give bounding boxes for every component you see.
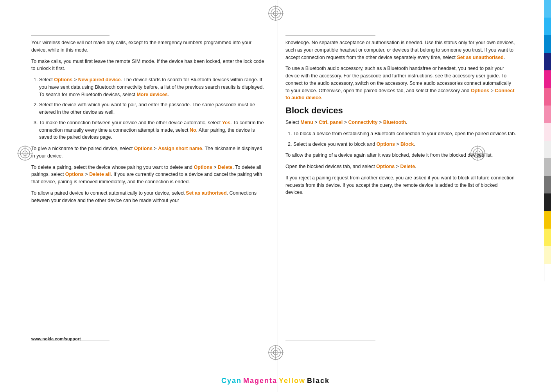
no-link[interactable]: No	[190, 127, 196, 133]
list-item-3: To make the connection between your devi…	[39, 119, 266, 141]
delete-all-link[interactable]: Delete all	[89, 172, 111, 177]
bluetooth-link[interactable]: Bluetooth	[383, 120, 406, 125]
delete-link[interactable]: Delete	[218, 165, 233, 170]
left-column: Your wireless device will not make any c…	[31, 39, 266, 208]
delete-blocked-link[interactable]: Delete	[400, 164, 415, 169]
footer-url: www.nokia.com/support	[31, 337, 81, 341]
right-list-item-2: Select a device you want to block and Op…	[293, 141, 516, 148]
right-para-3: To allow the pairing of a device again a…	[285, 152, 516, 159]
magenta-label: Magenta	[243, 377, 277, 385]
options-delete-link[interactable]: Options	[376, 164, 395, 169]
left-para-5: To allow a paired device to connect auto…	[31, 190, 266, 204]
cyan-label: Cyan	[221, 377, 242, 385]
block-devices-heading: Block devices	[285, 106, 516, 116]
rule-top-left	[31, 35, 109, 36]
right-list: To block a device from establishing a Bl…	[293, 130, 516, 148]
target-icon-bottom-center	[267, 344, 284, 362]
more-devices-link[interactable]: More devices	[136, 92, 167, 97]
options-link-right[interactable]: Options	[471, 88, 489, 93]
target-icon-top-center	[267, 5, 284, 23]
options-link-1[interactable]: Options	[54, 77, 72, 82]
set-as-authorised-link[interactable]: Set as authorised	[186, 190, 226, 196]
left-para-4: To delete a pairing, select the device w…	[31, 164, 266, 186]
yellow-label: Yellow	[279, 377, 305, 385]
options-link-3[interactable]: Options	[194, 165, 212, 170]
right-para-1: knowledge. No separate acceptance or aut…	[285, 39, 516, 61]
rule-bottom-right	[285, 340, 375, 340]
side-color-bars	[544, 0, 551, 392]
left-list: Select Options > New paired device. The …	[39, 76, 266, 141]
connectivity-link[interactable]: Connectivity	[348, 120, 377, 125]
list-item-2: Select the device with which you want to…	[39, 101, 266, 116]
assign-short-name-link[interactable]: Assign short name	[158, 146, 202, 151]
color-label: Cyan Magenta Yellow Black	[221, 377, 330, 385]
right-para-2: To use a Bluetooth audio accessory, such…	[285, 65, 516, 102]
left-para-2: To make calls, you must first leave the …	[31, 58, 266, 73]
right-column: knowledge. No separate acceptance or aut…	[285, 39, 516, 200]
ctrl-panel-link[interactable]: Ctrl. panel	[319, 120, 343, 125]
options-link-4[interactable]: Options	[65, 172, 84, 177]
menu-link[interactable]: Menu	[300, 120, 313, 125]
rule-top-right	[285, 35, 375, 36]
options-link-2[interactable]: Options	[134, 146, 153, 151]
right-para-4: Open the blocked devices tab, and select…	[285, 163, 516, 170]
set-as-unauthorised-link[interactable]: Set as unauthorised	[457, 55, 503, 60]
block-devices-intro: Select Menu > Ctrl. panel > Connectivity…	[285, 119, 516, 126]
new-paired-device-link[interactable]: New paired device	[78, 77, 121, 82]
left-para-1: Your wireless device will not make any c…	[31, 39, 266, 54]
vertical-divider	[278, 0, 278, 392]
right-list-item-1: To block a device from establishing a Bl…	[293, 130, 516, 138]
options-block-link[interactable]: Options	[377, 141, 395, 147]
right-para-5: If you reject a pairing request from ano…	[285, 174, 516, 196]
left-para-3: To give a nickname to the paired device,…	[31, 145, 266, 160]
block-link[interactable]: Block	[400, 141, 414, 147]
yes-link[interactable]: Yes	[222, 120, 231, 125]
list-item-1: Select Options > New paired device. The …	[39, 76, 266, 98]
black-label: Black	[307, 377, 330, 385]
